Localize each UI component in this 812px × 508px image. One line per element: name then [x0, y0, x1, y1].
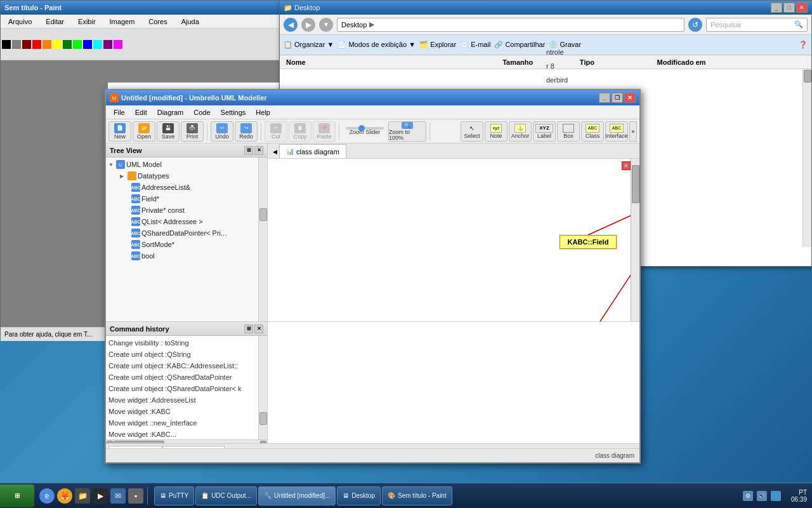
paint-menu-editar[interactable]: Editar	[41, 17, 69, 27]
list-item[interactable]: ABC Field*	[107, 193, 257, 204]
paint-color-black[interactable]	[2, 40, 11, 49]
list-item[interactable]: ABC SortMode*	[107, 239, 257, 250]
taskbar-start-btn[interactable]: ⊞	[0, 485, 34, 507]
toolbar-more-btn[interactable]: »	[629, 121, 637, 142]
toolbar-copy-btn[interactable]: 📋 Copy	[289, 121, 311, 142]
cmd-vscrollbar[interactable]	[258, 336, 267, 439]
toolbar-cut-btn[interactable]: ✂ Cut	[265, 121, 287, 142]
taskbar-item-paint[interactable]: 🎨 Sem título - Paint	[382, 486, 452, 505]
list-item[interactable]: ABC bool	[107, 250, 257, 262]
explorer-down-btn[interactable]: ▼	[319, 18, 333, 32]
paint-color-lime[interactable]	[73, 40, 82, 49]
uml-menu-edit[interactable]: Edit	[130, 107, 152, 117]
taskbar-terminal-icon[interactable]: ▪	[128, 488, 143, 504]
toolbar-print-btn[interactable]: 🖨️ Print	[181, 121, 204, 142]
taskbar-media-icon[interactable]: ▶	[93, 488, 108, 504]
toolbar-select-btn[interactable]: ↖ Select	[461, 121, 483, 142]
explorer-help-icon[interactable]: ❓	[799, 41, 808, 49]
explorer-organizar-btn[interactable]: 📋 Organizar ▼	[284, 41, 334, 49]
toolbar-interface-btn[interactable]: ABC Interface	[605, 121, 628, 142]
list-item[interactable]: ABC Private* const	[107, 204, 257, 216]
explorer-address-field[interactable]: Desktop ▶	[337, 18, 684, 32]
taskbar-ie-icon[interactable]: e	[39, 488, 55, 504]
paint-menu-cores[interactable]: Cores	[143, 17, 172, 27]
paint-menu-arquivo[interactable]: Arquivo	[3, 17, 37, 27]
paint-color-magenta[interactable]	[114, 40, 122, 49]
explorer-back-btn[interactable]: ◀	[284, 18, 298, 32]
uml-close-btn[interactable]: ✕	[624, 93, 636, 103]
tab-class-diagram[interactable]: 📊 class diagram	[279, 144, 346, 158]
paint-color-yellow[interactable]	[53, 40, 62, 49]
explorer-maximize-btn[interactable]: □	[783, 3, 795, 13]
uml-minimize-btn[interactable]: _	[599, 93, 610, 103]
tree-root[interactable]: ▼ U UML Model	[107, 159, 257, 170]
uml-menu-help[interactable]: Help	[251, 107, 275, 117]
taskbar-email-icon[interactable]: ✉	[110, 488, 126, 504]
toolbar-paste-btn[interactable]: 📌 Paste	[313, 121, 336, 142]
taskbar-item-udc[interactable]: 📋 UDC Output...	[195, 486, 257, 505]
toolbar-class-btn[interactable]: ABC Class	[581, 121, 604, 142]
taskbar-item-putty[interactable]: 🖥 PuTTY	[154, 486, 194, 505]
paint-color-red[interactable]	[32, 40, 41, 49]
paint-color-orange[interactable]	[43, 40, 51, 49]
toolbar-box-btn[interactable]: Box	[557, 121, 580, 142]
toolbar-xyz-btn[interactable]: XYZ Label	[533, 121, 556, 142]
paint-color-darkred[interactable]	[22, 40, 31, 49]
explorer-explorar-btn[interactable]: 🗂️ Explorar	[419, 41, 456, 49]
diagram-vscroll-thumb[interactable]	[632, 165, 639, 203]
systray-icon-2[interactable]: 🔊	[757, 491, 767, 501]
explorer-search-field[interactable]: Pesquisar 🔍	[706, 18, 808, 32]
explorer-modos-btn[interactable]: 📄 Modos de exibição ▼	[337, 41, 416, 49]
toolbar-save-btn[interactable]: 💾 Save	[157, 121, 180, 142]
systray-icon-1[interactable]: ⚙	[743, 491, 753, 501]
paint-color-cyan[interactable]	[93, 40, 102, 49]
explorer-vscroll-thumb[interactable]	[804, 70, 811, 83]
taskbar-item-desktop[interactable]: 🖥 Desktop	[337, 486, 381, 505]
toolbar-open-btn[interactable]: 📂 Open	[133, 121, 155, 142]
list-item[interactable]: ABC QList< Addressee >	[107, 216, 257, 227]
paint-menu-exibir[interactable]: Exibir	[73, 17, 101, 27]
toolbar-zoom100-btn[interactable]: 🔍 Zoom to 100%	[388, 121, 426, 142]
uml-box-kabc-field[interactable]: KABC::Field	[560, 235, 617, 249]
cmd-vscroll-thumb[interactable]	[259, 412, 267, 425]
explorer-vscrollbar[interactable]	[802, 69, 811, 247]
tree-vscroll-thumb[interactable]	[259, 208, 267, 221]
paint-color-purple[interactable]	[103, 40, 112, 49]
paint-menu-imagem[interactable]: Imagem	[105, 17, 140, 27]
toolbar-zoom-slider[interactable]: Zoom Slider	[343, 121, 387, 142]
list-item[interactable]: ABC QSharedDataPointer< Pri...	[107, 227, 257, 239]
explorer-email-btn[interactable]: ✉️ E-mail	[460, 41, 490, 49]
explorer-forward-btn[interactable]: ▶	[301, 18, 315, 32]
uml-menu-code[interactable]: Code	[188, 107, 215, 117]
uml-restore-btn[interactable]: ❐	[612, 93, 623, 103]
paint-color-blue[interactable]	[83, 40, 92, 49]
explorer-close-btn[interactable]: ✕	[796, 3, 808, 13]
zoom-slider-thumb[interactable]	[358, 125, 365, 131]
list-item[interactable]: ABC AddresseeList&	[107, 182, 257, 193]
toolbar-undo-btn[interactable]: ↩ Undo	[211, 121, 233, 142]
uml-menu-diagram[interactable]: Diagram	[152, 107, 189, 117]
uml-menu-settings[interactable]: Settings	[216, 107, 251, 117]
tree-panel-float-btn[interactable]: ⊞	[244, 146, 253, 155]
taskbar-item-uml[interactable]: 🔧 Untitled [modified]...	[258, 486, 336, 505]
toolbar-redo-btn[interactable]: ↪ Redo	[235, 121, 258, 142]
paint-color-gray[interactable]	[12, 40, 21, 49]
diagram-close-btn[interactable]: ✕	[622, 161, 631, 170]
taskbar-firefox-icon[interactable]: 🦊	[57, 488, 72, 504]
uml-menu-file[interactable]: File	[108, 107, 130, 117]
toolbar-note-btn[interactable]: xyz Note	[485, 121, 508, 142]
tree-datatypes[interactable]: ▶ Datatypes	[107, 170, 257, 182]
paint-menu-ajuda[interactable]: Ajuda	[176, 17, 204, 27]
cmd-panel-float-btn[interactable]: ⊞	[244, 324, 253, 333]
explorer-minimize-btn[interactable]: _	[771, 3, 782, 13]
taskbar-folder-icon[interactable]: 📁	[75, 488, 90, 504]
explorer-compartilhar-btn[interactable]: 🔗 Compartilhar	[494, 41, 545, 49]
toolbar-new-btn[interactable]: 📄 New	[108, 121, 131, 142]
paint-color-green[interactable]	[63, 40, 72, 49]
toolbar-anchor-btn[interactable]: ⚓ Anchor	[509, 121, 532, 142]
systray-icon-3[interactable]: 🌐	[771, 491, 781, 501]
explorer-refresh-btn[interactable]: ↺	[688, 18, 702, 32]
diagram-tab-scroll-left[interactable]: ◀	[270, 145, 279, 158]
zoom-slider-track[interactable]	[346, 127, 384, 130]
tree-panel-close-btn[interactable]: ✕	[254, 146, 263, 155]
